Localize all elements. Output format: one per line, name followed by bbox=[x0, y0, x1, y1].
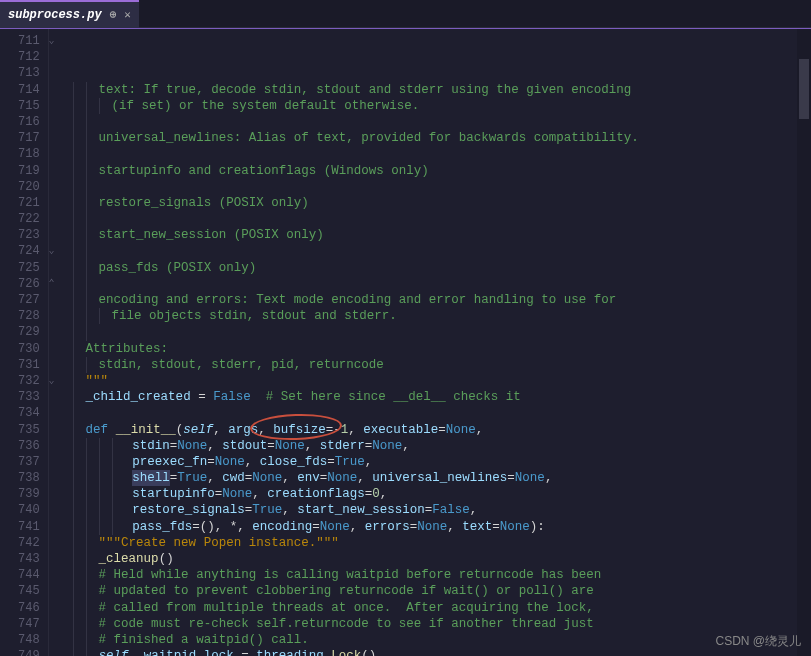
fold-marker bbox=[49, 211, 67, 227]
fold-marker[interactable]: ⌃ bbox=[49, 276, 67, 292]
code-line[interactable] bbox=[73, 211, 811, 227]
code-line[interactable]: Attributes: bbox=[73, 341, 811, 357]
fold-marker bbox=[49, 98, 67, 114]
fold-marker[interactable]: ⌄ bbox=[49, 373, 67, 389]
line-number: 719 bbox=[18, 163, 40, 179]
fold-marker bbox=[49, 438, 67, 454]
line-number: 725 bbox=[18, 260, 40, 276]
tab-bar: subprocess.py ⊕ ✕ bbox=[0, 0, 811, 28]
line-number: 745 bbox=[18, 583, 40, 599]
fold-marker bbox=[49, 583, 67, 599]
fold-marker bbox=[49, 65, 67, 81]
code-line[interactable]: _child_created = False # Set here since … bbox=[73, 389, 811, 405]
code-line[interactable]: text: If true, decode stdin, stdout and … bbox=[73, 82, 811, 98]
fold-marker bbox=[49, 292, 67, 308]
fold-marker[interactable]: ⌄ bbox=[49, 33, 67, 49]
code-line[interactable]: """Create new Popen instance.""" bbox=[73, 535, 811, 551]
fold-marker bbox=[49, 389, 67, 405]
line-number: 736 bbox=[18, 438, 40, 454]
close-icon[interactable]: ✕ bbox=[124, 8, 131, 21]
fold-marker bbox=[49, 551, 67, 567]
code-line[interactable]: # Held while anything is calling waitpid… bbox=[73, 567, 811, 583]
line-number: 742 bbox=[18, 535, 40, 551]
code-line[interactable] bbox=[73, 179, 811, 195]
code-line[interactable] bbox=[73, 276, 811, 292]
fold-marker bbox=[49, 454, 67, 470]
fold-marker bbox=[49, 405, 67, 421]
code-line[interactable]: startupinfo=None, creationflags=0, bbox=[73, 486, 811, 502]
line-number: 749 bbox=[18, 648, 40, 656]
line-number: 734 bbox=[18, 405, 40, 421]
code-line[interactable] bbox=[73, 243, 811, 259]
fold-marker bbox=[49, 227, 67, 243]
code-editor[interactable]: 7117127137147157167177187197207217227237… bbox=[0, 29, 811, 656]
fold-marker bbox=[49, 195, 67, 211]
code-line[interactable]: """ bbox=[73, 373, 811, 389]
code-line[interactable]: # updated to prevent clobbering returnco… bbox=[73, 583, 811, 599]
code-line[interactable] bbox=[73, 114, 811, 130]
line-number: 737 bbox=[18, 454, 40, 470]
fold-marker bbox=[49, 308, 67, 324]
line-number: 718 bbox=[18, 146, 40, 162]
code-line[interactable]: self._waitpid_lock = threading.Lock() bbox=[73, 648, 811, 656]
fold-marker bbox=[49, 600, 67, 616]
line-number: 735 bbox=[18, 422, 40, 438]
fold-marker bbox=[49, 486, 67, 502]
code-line[interactable]: preexec_fn=None, close_fds=True, bbox=[73, 454, 811, 470]
code-line[interactable]: universal_newlines: Alias of text, provi… bbox=[73, 130, 811, 146]
code-line[interactable]: startupinfo and creationflags (Windows o… bbox=[73, 163, 811, 179]
line-number: 728 bbox=[18, 308, 40, 324]
tab-subprocess[interactable]: subprocess.py ⊕ ✕ bbox=[0, 0, 139, 28]
fold-marker bbox=[49, 82, 67, 98]
line-number: 746 bbox=[18, 600, 40, 616]
code-line[interactable]: _cleanup() bbox=[73, 551, 811, 567]
fold-marker bbox=[49, 324, 67, 340]
line-number: 727 bbox=[18, 292, 40, 308]
line-number: 741 bbox=[18, 519, 40, 535]
code-line[interactable]: stdin=None, stdout=None, stderr=None, bbox=[73, 438, 811, 454]
line-number: 714 bbox=[18, 82, 40, 98]
code-line[interactable] bbox=[73, 405, 811, 421]
code-line[interactable]: # finished a waitpid() call. bbox=[73, 632, 811, 648]
line-number: 722 bbox=[18, 211, 40, 227]
vertical-scrollbar[interactable] bbox=[797, 29, 811, 656]
code-line[interactable] bbox=[73, 324, 811, 340]
code-line[interactable]: # called from multiple threads at once. … bbox=[73, 600, 811, 616]
code-area[interactable]: text: If true, decode stdin, stdout and … bbox=[67, 29, 811, 656]
code-line[interactable]: encoding and errors: Text mode encoding … bbox=[73, 292, 811, 308]
code-line[interactable]: pass_fds (POSIX only) bbox=[73, 260, 811, 276]
fold-marker[interactable]: ⌄ bbox=[49, 243, 67, 259]
line-number: 732 bbox=[18, 373, 40, 389]
line-number: 730 bbox=[18, 341, 40, 357]
fold-marker bbox=[49, 130, 67, 146]
scrollbar-thumb[interactable] bbox=[799, 59, 809, 119]
line-number: 712 bbox=[18, 49, 40, 65]
code-line[interactable]: (if set) or the system default otherwise… bbox=[73, 98, 811, 114]
tab-filename: subprocess.py bbox=[8, 8, 102, 22]
fold-marker bbox=[49, 648, 67, 656]
fold-marker bbox=[49, 114, 67, 130]
pin-icon[interactable]: ⊕ bbox=[110, 8, 117, 21]
code-line[interactable]: file objects stdin, stdout and stderr. bbox=[73, 308, 811, 324]
code-line[interactable]: pass_fds=(), *, encoding=None, errors=No… bbox=[73, 519, 811, 535]
code-line[interactable]: restore_signals (POSIX only) bbox=[73, 195, 811, 211]
code-line[interactable]: shell=True, cwd=None, env=None, universa… bbox=[73, 470, 811, 486]
code-line[interactable]: stdin, stdout, stderr, pid, returncode bbox=[73, 357, 811, 373]
code-line[interactable] bbox=[73, 146, 811, 162]
fold-marker bbox=[49, 470, 67, 486]
code-line[interactable]: def __init__(self, args, bufsize=-1, exe… bbox=[73, 422, 811, 438]
fold-marker bbox=[49, 357, 67, 373]
fold-marker bbox=[49, 422, 67, 438]
line-number: 721 bbox=[18, 195, 40, 211]
line-number: 715 bbox=[18, 98, 40, 114]
fold-marker bbox=[49, 179, 67, 195]
line-number: 740 bbox=[18, 502, 40, 518]
code-line[interactable]: # code must re-check self.returncode to … bbox=[73, 616, 811, 632]
fold-marker bbox=[49, 341, 67, 357]
code-line[interactable]: start_new_session (POSIX only) bbox=[73, 227, 811, 243]
line-number: 733 bbox=[18, 389, 40, 405]
line-number: 739 bbox=[18, 486, 40, 502]
code-line[interactable]: restore_signals=True, start_new_session=… bbox=[73, 502, 811, 518]
line-number: 713 bbox=[18, 65, 40, 81]
fold-marker bbox=[49, 535, 67, 551]
